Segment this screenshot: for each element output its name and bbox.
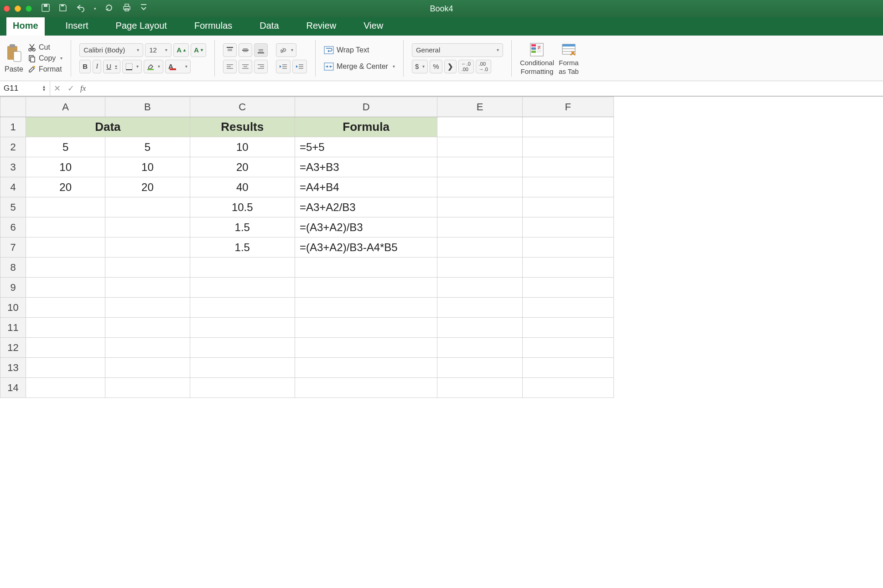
currency-button[interactable]: $▾ xyxy=(412,60,428,73)
align-center-button[interactable] xyxy=(239,60,252,73)
cell-A5[interactable] xyxy=(26,197,105,217)
cell-B3[interactable]: 10 xyxy=(105,157,190,177)
cell-A1[interactable]: Data xyxy=(26,117,190,137)
row-header-8[interactable]: 8 xyxy=(0,258,26,278)
cell-E11[interactable] xyxy=(437,318,522,338)
enter-formula-icon[interactable]: ✓ xyxy=(64,83,78,93)
cell-A11[interactable] xyxy=(26,318,105,338)
cell-A7[interactable] xyxy=(26,237,105,258)
cell-F9[interactable] xyxy=(522,278,613,298)
close-window-icon[interactable] xyxy=(4,5,10,12)
format-painter-button[interactable]: Format xyxy=(28,65,62,73)
cell-A2[interactable]: 5 xyxy=(26,137,105,157)
row-header-1[interactable]: 1 xyxy=(0,117,26,137)
cell-E13[interactable] xyxy=(437,358,522,378)
cell-C7[interactable]: 1.5 xyxy=(190,237,295,258)
cell-A12[interactable] xyxy=(26,338,105,358)
orientation-button[interactable]: ab▾ xyxy=(276,43,296,57)
underline-button[interactable]: U▾ xyxy=(103,60,120,73)
cell-C14[interactable] xyxy=(190,378,295,398)
autosave-icon[interactable] xyxy=(41,3,50,15)
cell-D5[interactable]: =A3+A2/B3 xyxy=(295,197,437,217)
cell-E10[interactable] xyxy=(437,298,522,318)
row-header-3[interactable]: 3 xyxy=(0,157,26,177)
cell-E9[interactable] xyxy=(437,278,522,298)
col-header-C[interactable]: C xyxy=(190,97,295,117)
cell-F14[interactable] xyxy=(522,378,613,398)
cell-D11[interactable] xyxy=(295,318,437,338)
align-right-button[interactable] xyxy=(254,60,268,73)
cell-F12[interactable] xyxy=(522,338,613,358)
name-box-spinner[interactable]: ▲▼ xyxy=(42,85,46,92)
tab-review[interactable]: Review xyxy=(300,16,343,36)
cell-B12[interactable] xyxy=(105,338,190,358)
tab-page-layout[interactable]: Page Layout xyxy=(109,16,173,36)
font-color-button[interactable]: A ▾ xyxy=(165,60,191,73)
cell-D9[interactable] xyxy=(295,278,437,298)
cell-F8[interactable] xyxy=(522,258,613,278)
tab-formulas[interactable]: Formulas xyxy=(188,16,239,36)
align-top-button[interactable] xyxy=(223,43,237,57)
qat-customize-icon[interactable] xyxy=(140,3,147,14)
col-header-D[interactable]: D xyxy=(295,97,437,117)
conditional-formatting-button[interactable]: ≠ Conditional Formatting xyxy=(520,41,554,75)
cell-D13[interactable] xyxy=(295,358,437,378)
cell-E8[interactable] xyxy=(437,258,522,278)
row-header-7[interactable]: 7 xyxy=(0,237,26,258)
fill-color-button[interactable]: ▾ xyxy=(144,60,163,73)
font-size-select[interactable]: 12▾ xyxy=(145,43,171,57)
cell-C10[interactable] xyxy=(190,298,295,318)
increase-font-button[interactable]: A▴ xyxy=(173,43,189,57)
col-header-A[interactable]: A xyxy=(26,97,105,117)
cell-C5[interactable]: 10.5 xyxy=(190,197,295,217)
cell-F11[interactable] xyxy=(522,318,613,338)
cell-E4[interactable] xyxy=(437,177,522,197)
cell-E1[interactable] xyxy=(437,117,522,137)
cell-F2[interactable] xyxy=(522,137,613,157)
row-header-14[interactable]: 14 xyxy=(0,378,26,398)
cell-C8[interactable] xyxy=(190,258,295,278)
cell-F3[interactable] xyxy=(522,157,613,177)
cell-D10[interactable] xyxy=(295,298,437,318)
cell-E2[interactable] xyxy=(437,137,522,157)
cell-B9[interactable] xyxy=(105,278,190,298)
cell-B7[interactable] xyxy=(105,237,190,258)
cell-A8[interactable] xyxy=(26,258,105,278)
cell-A4[interactable]: 20 xyxy=(26,177,105,197)
cell-C6[interactable]: 1.5 xyxy=(190,217,295,237)
cancel-formula-icon[interactable]: ✕ xyxy=(50,83,64,93)
row-header-5[interactable]: 5 xyxy=(0,197,26,217)
comma-style-button[interactable]: ❯ xyxy=(444,60,457,73)
cell-D12[interactable] xyxy=(295,338,437,358)
cell-C12[interactable] xyxy=(190,338,295,358)
align-left-button[interactable] xyxy=(223,60,237,73)
cell-B4[interactable]: 20 xyxy=(105,177,190,197)
name-box[interactable]: G11 ▲▼ xyxy=(0,81,50,96)
align-bottom-button[interactable] xyxy=(254,43,268,57)
cell-F6[interactable] xyxy=(522,217,613,237)
tab-insert[interactable]: Insert xyxy=(59,16,95,36)
undo-icon[interactable] xyxy=(76,3,86,15)
cell-A13[interactable] xyxy=(26,358,105,378)
cell-C1[interactable]: Results xyxy=(190,117,295,137)
tab-view[interactable]: View xyxy=(357,16,390,36)
zoom-window-icon[interactable] xyxy=(26,5,32,12)
save-icon[interactable] xyxy=(58,3,68,15)
cell-A6[interactable] xyxy=(26,217,105,237)
border-button[interactable]: ▾ xyxy=(122,60,142,73)
fx-icon[interactable]: fx xyxy=(78,84,88,93)
cell-E6[interactable] xyxy=(437,217,522,237)
redo-icon[interactable] xyxy=(104,3,114,15)
col-header-F[interactable]: F xyxy=(522,97,613,117)
cell-D1[interactable]: Formula xyxy=(295,117,437,137)
col-header-E[interactable]: E xyxy=(437,97,522,117)
cell-D8[interactable] xyxy=(295,258,437,278)
row-header-13[interactable]: 13 xyxy=(0,358,26,378)
cell-B13[interactable] xyxy=(105,358,190,378)
cell-F4[interactable] xyxy=(522,177,613,197)
row-header-12[interactable]: 12 xyxy=(0,338,26,358)
cell-F7[interactable] xyxy=(522,237,613,258)
cell-B8[interactable] xyxy=(105,258,190,278)
decrease-indent-button[interactable] xyxy=(276,60,291,73)
col-header-B[interactable]: B xyxy=(105,97,190,117)
